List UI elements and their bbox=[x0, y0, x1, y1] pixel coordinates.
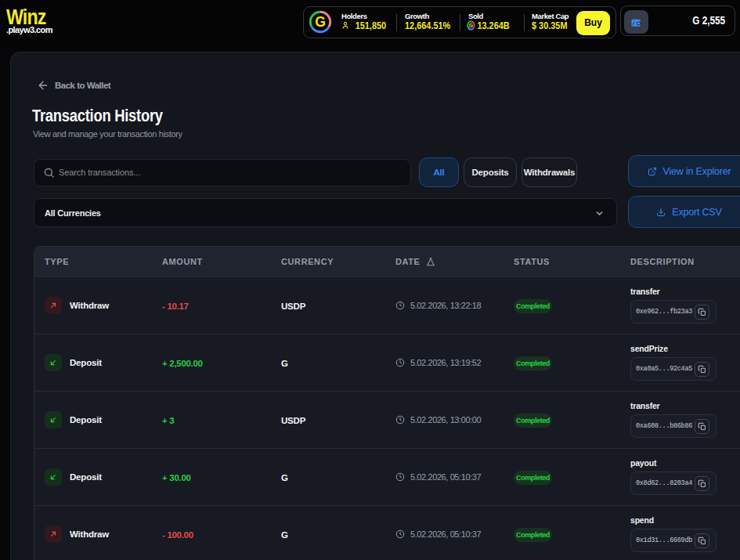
svg-text:G: G bbox=[315, 14, 326, 30]
svg-text:G: G bbox=[469, 22, 473, 30]
